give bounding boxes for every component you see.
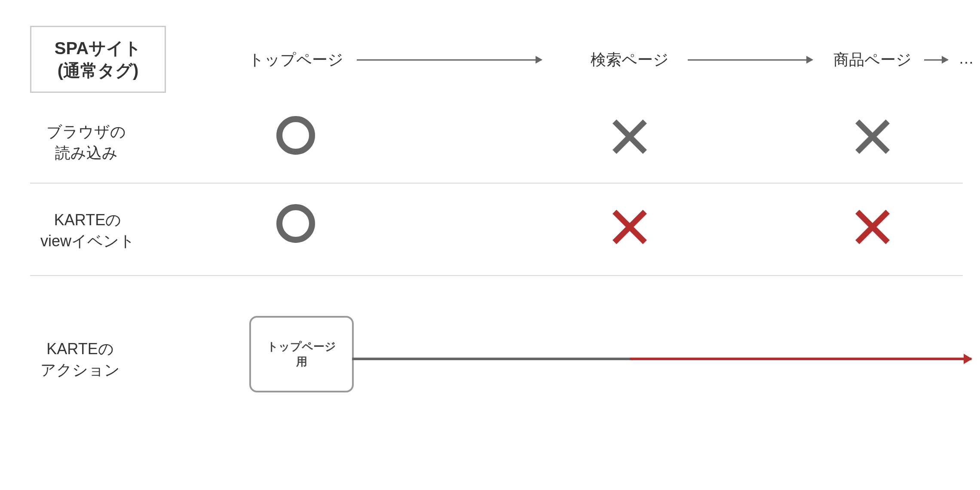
x-icon: [612, 210, 647, 244]
row-view-event-label: KARTEの viewイベント: [40, 210, 135, 251]
action-timeline-red: [630, 358, 971, 360]
divider-1: [30, 183, 963, 184]
row-browser-label: ブラウザの 読み込み: [46, 122, 126, 163]
action-box-line1: トップページ: [267, 340, 336, 353]
arrow-top-to-search: [357, 59, 542, 61]
row-action-line1: KARTEの: [46, 340, 113, 358]
circle-icon: [276, 116, 315, 155]
row-view-event-line1: KARTEの: [54, 211, 121, 229]
header-box: SPAサイト (通常タグ): [30, 26, 166, 93]
page-search-label: 検索ページ: [591, 49, 669, 70]
arrow-product-to-more: [924, 59, 948, 61]
action-timeline-gray: [352, 358, 630, 360]
circle-icon: [276, 204, 315, 243]
row-browser-line2: 読み込み: [55, 144, 118, 162]
header-line2: (通常タグ): [58, 61, 139, 80]
x-icon: [855, 210, 890, 244]
header-line1: SPAサイト: [55, 39, 141, 58]
arrow-search-to-product: [688, 59, 812, 61]
divider-2: [30, 275, 963, 276]
row-action-line2: アクション: [40, 361, 120, 379]
page-ellipsis: …: [959, 49, 974, 67]
x-icon: [612, 119, 647, 154]
row-action-label: KARTEの アクション: [40, 339, 120, 380]
action-box-line2: 用: [296, 355, 307, 368]
row-browser-line1: ブラウザの: [46, 123, 126, 141]
page-product-label: 商品ページ: [833, 49, 912, 70]
x-icon: [855, 119, 890, 154]
row-view-event-line2: viewイベント: [40, 232, 135, 250]
action-box-top-page: トップページ 用: [249, 316, 354, 392]
page-top-label: トップページ: [248, 49, 343, 70]
